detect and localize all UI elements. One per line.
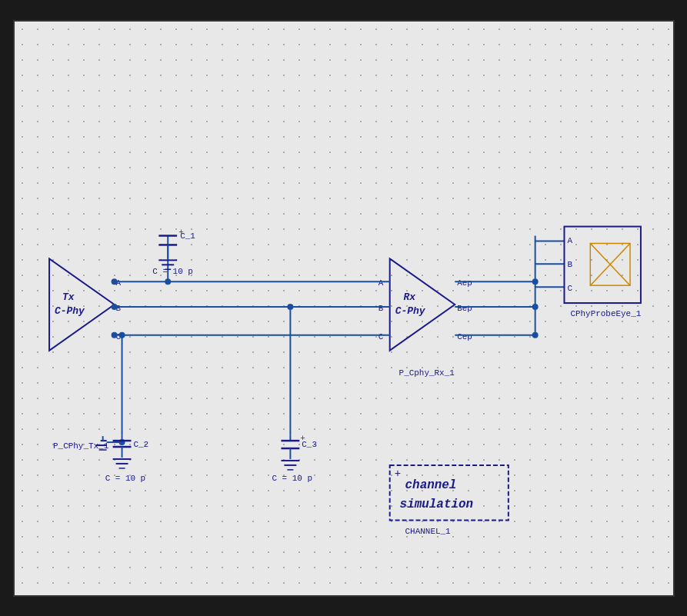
- rx-port-bep: Bep: [457, 303, 472, 312]
- rx-port-aep: Aep: [457, 278, 472, 288]
- c1-value: C = 10 p: [152, 267, 193, 276]
- channel-label2: simulation: [399, 497, 472, 511]
- tx-cphy-label: C-Phy: [55, 305, 85, 316]
- channel-plus: +: [394, 467, 400, 479]
- probe-port-b: B: [567, 260, 572, 269]
- rx-cphy-label: C-Phy: [395, 305, 425, 316]
- node-cep: [532, 331, 538, 338]
- node-aep: [532, 278, 538, 285]
- schematic-canvas: Tx C-Phy A B C Rx C-Phy A B C Aep Bep Ce…: [13, 20, 675, 597]
- c3-label: C_3: [302, 440, 317, 449]
- c3-value: C = 10 p: [272, 473, 312, 482]
- channel-box: [389, 464, 508, 520]
- channel-sublabel: CHANNEL_1: [405, 527, 451, 536]
- c2-value: C = 10 p: [105, 473, 145, 482]
- rx-port-c-in: C: [378, 331, 383, 341]
- p-rx-label: P_Cphy_Rx_1: [399, 368, 455, 377]
- c1-label: C_1: [180, 231, 195, 241]
- channel-label1: channel: [405, 478, 456, 491]
- tx-label: Tx: [62, 291, 74, 303]
- node-tx-b: [111, 304, 117, 310]
- c1-node: [165, 278, 171, 285]
- rx-port-a-in: A: [378, 278, 383, 288]
- node-bep: [532, 304, 538, 310]
- rx-port-cep: Cep: [457, 331, 472, 341]
- rx-label: Rx: [403, 291, 415, 303]
- probe-label: CPhyProbeEye_1: [570, 308, 641, 318]
- probe-box: [564, 226, 640, 302]
- node-tx-c: [111, 331, 117, 338]
- c2-label: C_2: [133, 440, 148, 449]
- probe-port-c: C: [567, 284, 572, 293]
- probe-port-a: A: [567, 236, 572, 245]
- node-tx-a: [111, 278, 117, 285]
- rx-port-b-in: B: [378, 303, 383, 312]
